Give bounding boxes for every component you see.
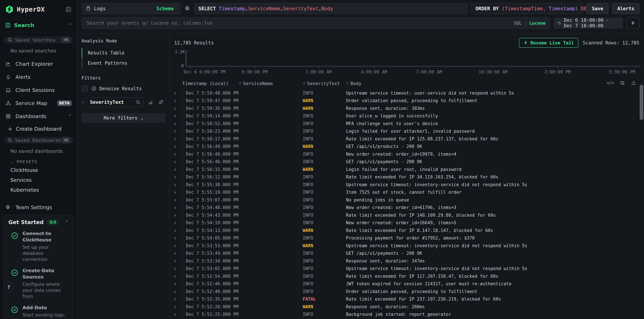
alerts-button[interactable]: Alerts [612,3,640,14]
expand-row-icon[interactable]: ❯ [172,236,182,240]
table-row[interactable]: ❯ Dec 7 5:54:05.000 PM INFO Processing p… [170,234,644,242]
vertical-scrollbar[interactable] [640,85,643,120]
table-row[interactable]: ❯ Dec 7 5:52:25.000 PM INFO Background j… [170,311,644,318]
expand-row-icon[interactable]: ❯ [172,122,182,126]
table-row[interactable]: ❯ Dec 7 5:55:38.000 PM INFO Upstream ser… [170,181,644,189]
column-header-timestamp[interactable]: Timestamp (Local) [182,81,238,86]
bar-chart-icon[interactable] [148,99,154,105]
drag-handle-icon[interactable]: ⠿ [346,81,349,85]
drag-handle-icon[interactable]: ⠿ [238,81,241,85]
table-row[interactable]: ❯ Dec 7 5:54:13.000 PM WARN Rate limit e… [170,227,644,234]
expand-row-icon[interactable]: ❯ [172,106,182,110]
run-query-button[interactable] [626,17,640,29]
table-row[interactable]: ❯ Dec 7 5:53:49.000 PM INFO GET /api/v1/… [170,250,644,257]
expand-row-icon[interactable]: ❯ [172,290,182,294]
expand-row-icon[interactable]: ❯ [172,282,182,286]
source-select[interactable]: Logs Schema ˄˅ [82,3,180,14]
expand-row-icon[interactable]: ❯ [172,259,182,263]
expand-row-icon[interactable]: ❯ [172,213,182,217]
chevron-up-icon[interactable]: ⌃ [68,114,72,119]
expand-row-icon[interactable]: ❯ [172,183,182,187]
sidebar-item-chart-explorer[interactable]: Chart Explorer [0,57,77,70]
table-row[interactable]: ❯ Dec 7 5:59:47.000 PM WARN Order valida… [170,97,644,105]
table-row[interactable]: ❯ Dec 7 5:54:19.000 PM INFO New order cr… [170,219,644,227]
table-row[interactable]: ❯ Dec 7 5:58:17.000 PM INFO Rate limit e… [170,135,644,143]
table-row[interactable]: ❯ Dec 7 5:54:43.000 PM INFO Rate limit e… [170,211,644,219]
get-started-item[interactable]: Connect to ClickHouse Set up your databa… [8,231,68,263]
chart-bars[interactable] [186,51,640,66]
table-row[interactable]: ❯ Dec 7 5:52:28.000 PM WARN Response sen… [170,303,644,311]
preset-item-services[interactable]: Services [0,175,77,185]
expand-row-icon[interactable]: ❯ [172,144,182,148]
expand-row-icon[interactable]: ❯ [172,274,182,278]
wrap-text-icon[interactable] [620,80,625,85]
column-header-severitytext[interactable]: ⠿SeverityText [303,81,346,86]
sidebar-item-client-sessions[interactable]: Client Sessions [0,83,77,97]
denoise-checkbox[interactable] [82,85,88,92]
column-header-body[interactable]: ⠿Body [346,81,644,86]
expand-row-icon[interactable]: ❯ [172,114,182,118]
language-toggle[interactable]: SQL | Lucene [514,17,546,29]
help-button[interactable]: ? [3,282,14,293]
expand-row-icon[interactable]: ❯ [172,297,182,301]
severity-filter[interactable]: SeverityText [86,97,144,107]
preset-item-kubernetes[interactable]: Kubernetes [0,185,77,195]
drag-handle-icon[interactable]: ⠿ [303,81,306,85]
expand-row-icon[interactable]: ❯ [172,267,182,271]
time-range-picker[interactable]: 1 Dec 6 18:00:00 - Dec 7 18:00:00 [554,17,623,28]
mode-event-patterns[interactable]: Event Patterns [82,58,166,68]
gear-icon[interactable] [184,5,190,12]
table-row[interactable]: ❯ Dec 7 5:53:34.000 PM INFO Response sen… [170,257,644,265]
table-row[interactable]: ❯ Dec 7 5:59:35.000 PM WARN Response sen… [170,104,644,112]
create-dashboard-button[interactable]: + Create Dashboard [0,123,77,134]
table-row[interactable]: ❯ Dec 7 5:56:12.000 PM INFO Rate limit e… [170,173,644,181]
more-filters-button[interactable]: More filters ⌄ [82,113,166,123]
table-row[interactable]: ❯ Dec 7 5:58:52.000 PM INFO MFA challeng… [170,120,644,127]
sidebar-collapse-icon[interactable] [65,6,72,13]
table-row[interactable]: ❯ Dec 7 5:52:46.000 PM INFO JWT token ex… [170,280,644,288]
table-row[interactable]: ❯ Dec 7 5:59:48.000 PM INFO Upstream ser… [170,89,644,97]
sidebar-item-dashboards[interactable]: Dashboards ⌃ [0,110,77,123]
sidebar-item-team-settings[interactable]: Team Settings [0,200,77,215]
sidebar-item-alerts[interactable]: Alerts [0,70,77,83]
save-button[interactable]: Save [586,3,608,14]
expand-row-icon[interactable]: ❯ [172,228,182,233]
code-view-icon[interactable]: </> [606,80,614,85]
expand-row-icon[interactable]: ❯ [172,91,182,95]
table-row[interactable]: ❯ Dec 7 5:54:48.000 PM INFO New order cr… [170,204,644,212]
table-row[interactable]: ❯ Dec 7 5:55:07.000 PM INFO No pending j… [170,196,644,204]
expand-row-icon[interactable]: ❯ [172,305,182,309]
saved-dashboards-input[interactable]: Saved Dashboards ⌘K [4,137,73,144]
column-header-servicename[interactable]: ⠿ServiceName [238,81,303,86]
table-row[interactable]: ❯ Dec 7 5:55:19.000 PM INFO Item 7525 ou… [170,189,644,196]
table-row[interactable]: ❯ Dec 7 5:53:02.000 PM INFO Upstream ser… [170,265,644,273]
sidebar-item-service-map[interactable]: Service Map BETA [0,97,77,110]
presets-section[interactable]: ⌄ PRESETS [10,159,77,164]
expand-row-icon[interactable]: ❯ [172,198,182,202]
table-row[interactable]: ❯ Dec 7 5:59:14.000 PM INFO User alice_w… [170,112,644,120]
order-by-field[interactable]: ORDER BY (TimestampTime, Timestamp) DESC [471,3,583,14]
table-row[interactable]: ❯ Dec 7 5:52:54.000 PM INFO Rate limit e… [170,272,644,280]
table-row[interactable]: ❯ Dec 7 5:58:23.000 PM INFO Login failed… [170,127,644,135]
chevron-up-icon[interactable]: ⌃ [65,220,68,225]
expand-row-icon[interactable]: ❯ [172,137,182,141]
expand-row-icon[interactable]: ❯ [172,205,182,210]
chevron-up-icon[interactable]: ⌃ [68,23,72,28]
expand-row-icon[interactable]: ❯ [172,160,182,164]
table-row[interactable]: ❯ Dec 7 5:56:15.000 PM WARN Login failed… [170,166,644,173]
expand-row-icon[interactable]: ❯ [172,312,182,316]
download-icon[interactable] [631,80,636,85]
table-row[interactable]: ❯ Dec 7 5:52:35.000 PM FATAL Rate limit … [170,295,644,303]
expand-row-icon[interactable]: ❯ [172,167,182,171]
get-started-item[interactable]: Add Data Start sending logs, metrics, or… [8,305,68,319]
table-row[interactable]: ❯ Dec 7 5:56:48.000 PM INFO New order cr… [170,150,644,158]
get-started-item[interactable]: Create Data Sources Configure where your… [8,268,68,300]
expand-row-icon[interactable]: ❯ [172,190,182,194]
expand-row-icon[interactable]: ❯ [172,152,182,156]
expand-row-icon[interactable]: ❯ [172,221,182,225]
sidebar-item-search[interactable]: Search ⌃ [0,18,77,32]
expand-row-icon[interactable]: ❯ [172,129,182,133]
lucene-toggle[interactable]: Lucene [529,20,546,26]
expand-row-icon[interactable]: ❯ [172,99,182,103]
preset-item-clickhouse[interactable]: ClickHouse [0,165,77,175]
